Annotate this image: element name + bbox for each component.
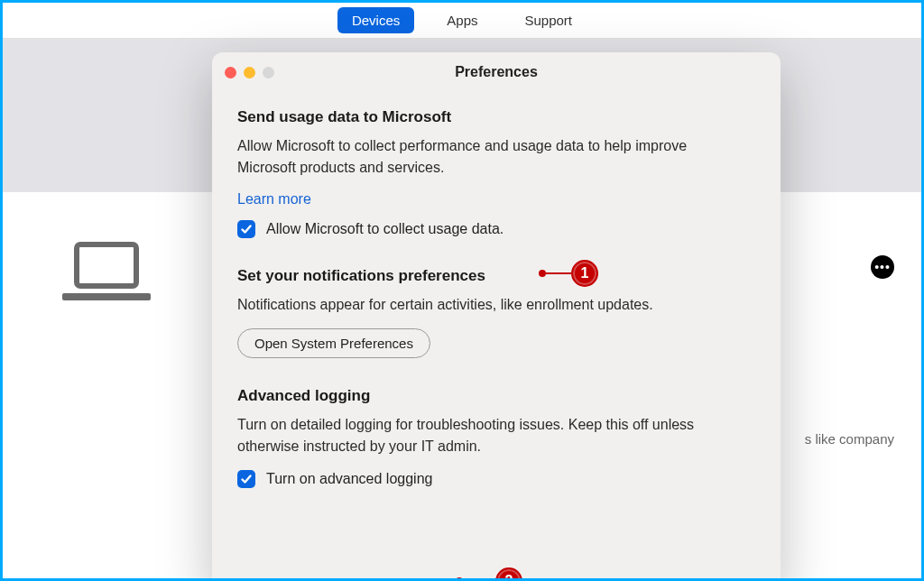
section-notifications: Set your notifications preferences Notif… — [237, 267, 755, 358]
section-logging: Advanced logging Turn on detailed loggin… — [237, 387, 755, 488]
preferences-window: Preferences Send usage data to Microsoft… — [212, 52, 781, 581]
section-title: Set your notifications preferences — [237, 267, 755, 285]
checkbox-icon[interactable] — [237, 470, 255, 488]
logging-checkbox-row[interactable]: Turn on advanced logging — [237, 470, 755, 488]
usage-checkbox-row[interactable]: Allow Microsoft to collect usage data. — [237, 220, 755, 238]
modal-body: Send usage data to Microsoft Allow Micro… — [212, 92, 781, 488]
svg-rect-1 — [62, 293, 151, 300]
section-desc: Allow Microsoft to collect performance a… — [237, 135, 688, 179]
annotation-2: 2 — [456, 567, 522, 581]
more-icon[interactable]: ••• — [871, 255, 894, 279]
checkbox-label: Turn on advanced logging — [266, 471, 432, 487]
laptop-icon — [57, 237, 156, 313]
titlebar: Preferences — [212, 52, 781, 92]
checkbox-label: Allow Microsoft to collect usage data. — [266, 221, 504, 237]
section-desc: Turn on detailed logging for troubleshoo… — [237, 414, 755, 457]
section-title: Advanced logging — [237, 387, 755, 405]
tab-support[interactable]: Support — [511, 7, 587, 33]
section-usage: Send usage data to Microsoft Allow Micro… — [237, 108, 755, 238]
tab-devices[interactable]: Devices — [337, 7, 414, 33]
open-system-preferences-button[interactable]: Open System Preferences — [237, 328, 430, 358]
section-title: Send usage data to Microsoft — [237, 108, 755, 126]
tab-apps[interactable]: Apps — [432, 7, 492, 33]
checkbox-icon[interactable] — [237, 220, 255, 238]
svg-rect-0 — [77, 244, 136, 286]
partial-text: s like company — [805, 431, 894, 447]
window-title: Preferences — [212, 64, 781, 80]
section-desc: Notifications appear for certain activit… — [237, 294, 688, 316]
learn-more-link[interactable]: Learn more — [237, 191, 311, 208]
top-nav: Devices Apps Support — [3, 3, 921, 39]
